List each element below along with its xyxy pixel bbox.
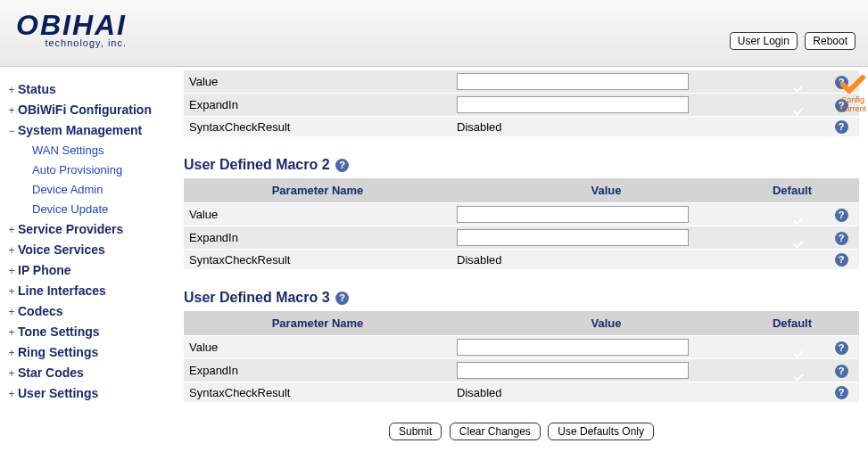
table-row: Value ?	[184, 203, 859, 226]
nav-label: Ring Settings	[18, 342, 98, 362]
expand-icon: +	[5, 220, 18, 240]
nav-user-settings[interactable]: + User Settings	[5, 383, 175, 404]
macro-3-title: User Defined Macro 3 ?	[184, 290, 859, 306]
nav-ring-settings[interactable]: + Ring Settings	[5, 342, 175, 363]
table-row: SyntaxCheckResult Disabled ?	[184, 382, 859, 403]
col-header-value: Value	[451, 311, 761, 336]
table-row: SyntaxCheckResult Disabled ?	[184, 117, 859, 137]
nav-tone-settings[interactable]: + Tone Settings	[5, 322, 175, 342]
nav-label: Line Interfaces	[18, 281, 106, 300]
help-icon[interactable]: ?	[835, 99, 848, 112]
expand-icon: +	[5, 384, 18, 404]
nav-star-codes[interactable]: + Star Codes	[5, 363, 175, 383]
user-login-button[interactable]: User Login	[730, 32, 798, 50]
help-icon[interactable]: ?	[835, 341, 848, 355]
expand-icon: +	[5, 323, 18, 342]
col-header-default: Default	[761, 178, 823, 203]
subnav-device-update[interactable]: Device Update	[5, 200, 175, 219]
col-header-value: Value	[451, 178, 761, 203]
help-icon[interactable]: ?	[835, 76, 848, 89]
nav-status[interactable]: + Status	[5, 79, 175, 100]
subnav-wan-settings[interactable]: WAN Settings	[5, 141, 175, 160]
nav-obiwifi[interactable]: + OBiWiFi Configuration	[5, 100, 175, 120]
expand-icon: +	[5, 241, 18, 260]
nav-service-providers[interactable]: + Service Providers	[5, 219, 175, 240]
param-name: Value	[184, 336, 451, 359]
value-input[interactable]	[457, 206, 689, 223]
header: OBIHAI technology, inc. User Login Reboo…	[0, 0, 868, 67]
use-defaults-button[interactable]: Use Defaults Only	[548, 423, 654, 440]
nav-label: User Settings	[18, 383, 98, 403]
footer-buttons: Submit Clear Changes Use Defaults Only	[184, 423, 859, 439]
nav-label: System Management	[18, 120, 142, 140]
submit-button[interactable]: Submit	[389, 423, 442, 440]
clear-changes-button[interactable]: Clear Changes	[450, 423, 541, 440]
value-input[interactable]	[457, 339, 689, 356]
table-row: ExpandIn ?	[184, 94, 859, 117]
value-input[interactable]	[457, 73, 689, 90]
table-row: Value ?	[184, 70, 859, 94]
col-header-name: Parameter Name	[184, 178, 451, 203]
nav-line-interfaces[interactable]: + Line Interfaces	[5, 281, 175, 301]
help-icon[interactable]: ?	[835, 365, 848, 378]
param-name: ExpandIn	[184, 226, 451, 250]
nav-label: OBiWiFi Configuration	[18, 100, 152, 119]
col-header-name: Parameter Name	[184, 311, 451, 336]
nav-label: Star Codes	[18, 363, 84, 382]
subnav-device-admin[interactable]: Device Admin	[5, 180, 175, 200]
param-name: Value	[184, 70, 451, 94]
expand-icon: +	[5, 282, 18, 301]
nav-voice-services[interactable]: + Voice Services	[5, 240, 175, 260]
expand-icon: +	[5, 261, 18, 281]
expand-icon: +	[5, 302, 18, 322]
macro-2-title: User Defined Macro 2 ?	[184, 157, 859, 173]
param-name: SyntaxCheckResult	[184, 117, 451, 137]
expand-icon: +	[5, 364, 18, 383]
expand-icon: +	[5, 80, 18, 100]
macro-3-table: Parameter Name Value Default Value ? Exp…	[184, 311, 859, 403]
col-header-help	[823, 311, 859, 336]
help-icon[interactable]: ?	[835, 253, 848, 267]
subnav-auto-provisioning[interactable]: Auto Provisioning	[5, 160, 175, 180]
static-value: Disabled	[451, 382, 761, 403]
param-name: ExpandIn	[184, 94, 451, 117]
logo-text: OBIHAI	[16, 12, 127, 37]
help-icon[interactable]: ?	[335, 292, 349, 305]
macro-1-table: Value ? ExpandIn ? SyntaxCheckResult Dis…	[184, 70, 859, 137]
nav-label: Voice Services	[18, 240, 105, 259]
help-icon[interactable]: ?	[835, 120, 848, 134]
table-row: ExpandIn ?	[184, 359, 859, 382]
col-header-default: Default	[761, 311, 823, 336]
collapse-icon: −	[5, 121, 18, 141]
nav-label: Service Providers	[18, 219, 123, 239]
nav-label: Codecs	[18, 301, 63, 321]
help-icon[interactable]: ?	[835, 209, 848, 222]
nav-codecs[interactable]: + Codecs	[5, 301, 175, 322]
nav-label: IP Phone	[18, 260, 71, 280]
expandin-input[interactable]	[457, 229, 689, 246]
nav-ip-phone[interactable]: + IP Phone	[5, 260, 175, 281]
nav-system-management[interactable]: − System Management	[5, 120, 175, 141]
help-icon[interactable]: ?	[835, 232, 848, 245]
expandin-input[interactable]	[457, 362, 689, 379]
help-icon[interactable]: ?	[335, 159, 349, 172]
expandin-input[interactable]	[457, 96, 689, 113]
static-value: Disabled	[451, 250, 761, 270]
sidebar: + Status + OBiWiFi Configuration − Syste…	[0, 67, 178, 460]
table-row: ExpandIn ?	[184, 226, 859, 250]
param-name: Value	[184, 203, 451, 226]
expand-icon: +	[5, 343, 18, 363]
static-value: Disabled	[451, 117, 761, 137]
macro-1-section: Value ? ExpandIn ? SyntaxCheckResult Dis…	[184, 70, 859, 137]
reboot-button[interactable]: Reboot	[805, 32, 856, 50]
main-content: Config Current Value ? ExpandIn	[178, 67, 868, 460]
table-row: Value ?	[184, 336, 859, 359]
param-name: ExpandIn	[184, 359, 451, 382]
param-name: SyntaxCheckResult	[184, 382, 451, 403]
expand-icon: +	[5, 101, 18, 120]
macro-2-table: Parameter Name Value Default Value ? Exp…	[184, 178, 859, 270]
nav-label: Tone Settings	[18, 322, 100, 341]
header-buttons: User Login Reboot	[726, 32, 856, 50]
help-icon[interactable]: ?	[835, 386, 848, 399]
col-header-help	[823, 178, 859, 203]
